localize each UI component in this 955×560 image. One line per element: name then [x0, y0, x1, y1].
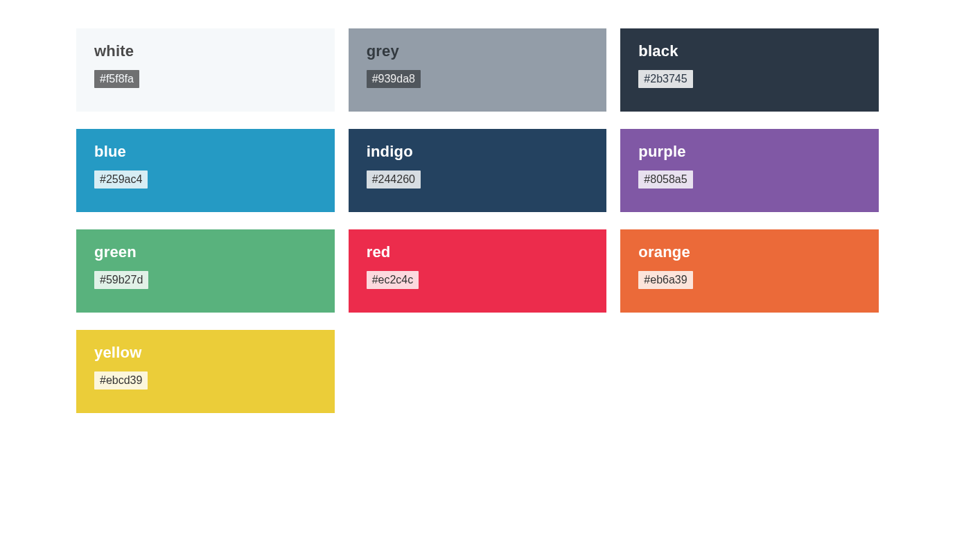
- swatch-green: green #59b27d: [76, 229, 335, 313]
- swatch-name: yellow: [94, 344, 317, 362]
- swatch-black: black #2b3745: [620, 28, 879, 112]
- swatch-name: orange: [638, 243, 861, 261]
- swatch-name: black: [638, 42, 861, 60]
- swatch-name: red: [367, 243, 589, 261]
- swatch-yellow: yellow #ebcd39: [76, 330, 335, 413]
- swatch-red: red #ec2c4c: [349, 229, 607, 313]
- swatch-hex: #8058a5: [638, 170, 692, 189]
- swatch-hex: #2b3745: [638, 70, 692, 88]
- swatch-blue: blue #259ac4: [76, 129, 335, 212]
- swatch-name: grey: [367, 42, 589, 60]
- swatch-hex: #259ac4: [94, 170, 148, 189]
- swatch-name: purple: [638, 143, 861, 161]
- swatch-hex: #939da8: [367, 70, 421, 88]
- swatch-name: white: [94, 42, 317, 60]
- swatch-name: indigo: [367, 143, 589, 161]
- swatch-hex: #f5f8fa: [94, 70, 139, 88]
- swatch-hex: #59b27d: [94, 271, 148, 289]
- swatch-hex: #244260: [367, 170, 421, 189]
- swatch-hex: #ebcd39: [94, 371, 148, 390]
- swatch-indigo: indigo #244260: [349, 129, 607, 212]
- palette-grid: white #f5f8fa grey #939da8 black #2b3745…: [76, 28, 879, 413]
- swatch-white: white #f5f8fa: [76, 28, 335, 112]
- swatch-grey: grey #939da8: [349, 28, 607, 112]
- swatch-name: green: [94, 243, 317, 261]
- swatch-purple: purple #8058a5: [620, 129, 879, 212]
- swatch-hex: #ec2c4c: [367, 271, 419, 289]
- swatch-name: blue: [94, 143, 317, 161]
- swatch-orange: orange #eb6a39: [620, 229, 879, 313]
- swatch-hex: #eb6a39: [638, 271, 692, 289]
